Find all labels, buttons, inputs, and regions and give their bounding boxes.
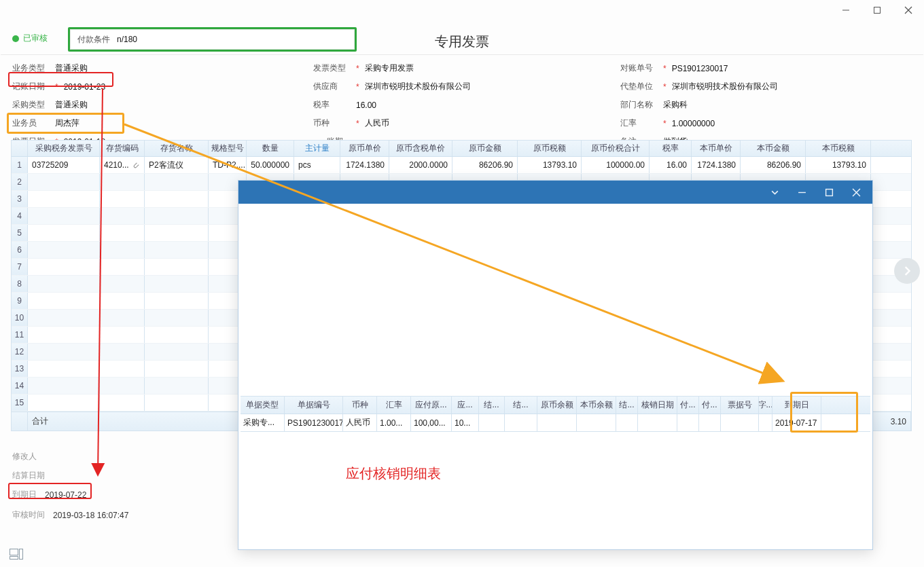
cell[interactable]	[100, 276, 145, 292]
cell[interactable]: TD-P2,...	[209, 157, 247, 173]
cell[interactable]	[100, 344, 145, 360]
cell[interactable]	[28, 174, 100, 190]
cell[interactable]	[100, 174, 145, 190]
cell[interactable]	[28, 208, 100, 224]
minimize-button[interactable]	[830, 0, 861, 20]
cell[interactable]	[145, 225, 209, 241]
cell[interactable]	[28, 293, 100, 309]
cell[interactable]	[100, 293, 145, 309]
form-value[interactable]: 普通采购	[55, 62, 88, 74]
popup-column-header[interactable]: 币种	[343, 397, 377, 414]
form-value[interactable]: PS1901230017	[672, 64, 728, 73]
popup-column-header[interactable]: 应...	[452, 397, 479, 414]
cell[interactable]: 4210...	[100, 157, 145, 173]
form-value[interactable]: 周杰萍	[55, 117, 79, 129]
cell[interactable]	[28, 225, 100, 241]
popup-cell[interactable]: 1.00...	[377, 414, 411, 431]
cell[interactable]	[28, 191, 100, 207]
popup-column-header[interactable]: 原币余额	[537, 397, 577, 414]
popup-cell[interactable]	[677, 414, 699, 431]
form-value[interactable]: 采购科	[663, 99, 688, 111]
popup-column-header[interactable]: 结...	[479, 397, 505, 414]
cell[interactable]	[100, 327, 145, 343]
column-header[interactable]: 原币含税单价	[389, 141, 452, 156]
popup-cell[interactable]	[759, 414, 772, 431]
popup-close-button[interactable]	[842, 181, 870, 204]
cell[interactable]	[28, 361, 100, 377]
cell[interactable]	[145, 293, 209, 309]
popup-column-header[interactable]: 本币余额	[577, 397, 616, 414]
cell[interactable]	[28, 378, 100, 394]
cell[interactable]: P2客流仪	[145, 157, 209, 173]
cell[interactable]	[28, 327, 100, 343]
popup-column-header[interactable]: 汇率	[377, 397, 411, 414]
popup-cell[interactable]: 人民币	[343, 414, 377, 431]
cell[interactable]	[28, 310, 100, 326]
popup-column-header[interactable]: 字...	[759, 397, 772, 414]
cell[interactable]	[100, 242, 145, 258]
cell[interactable]	[145, 276, 209, 292]
cell[interactable]: 13793.10	[806, 157, 871, 173]
popup-cell[interactable]: 100,00...	[411, 414, 452, 431]
popup-grid[interactable]: 单据类型单据编号币种汇率应付原...应...结...结...原币余额本币余额结.…	[241, 396, 870, 432]
popup-cell[interactable]	[577, 414, 616, 431]
cell[interactable]: 03725209	[28, 157, 100, 173]
popup-column-header[interactable]: 核销日期	[638, 397, 677, 414]
column-header[interactable]: 主计量	[294, 141, 340, 156]
form-value[interactable]: 2019-01-23	[64, 82, 105, 92]
cell[interactable]: 2000.0000	[389, 157, 452, 173]
cell[interactable]	[100, 310, 145, 326]
cell[interactable]	[100, 208, 145, 224]
maximize-button[interactable]	[861, 0, 893, 20]
popup-column-header[interactable]: 结...	[505, 397, 537, 414]
cell[interactable]: 1724.1380	[692, 157, 741, 173]
popup-cell[interactable]: 采购专...	[241, 414, 285, 431]
popup-cell[interactable]	[699, 414, 721, 431]
cell[interactable]: 50.000000	[247, 157, 294, 173]
column-header[interactable]: 规格型号	[209, 141, 247, 156]
popup-cell[interactable]	[638, 414, 677, 431]
cell[interactable]: 1724.1380	[340, 157, 389, 173]
cell[interactable]	[145, 361, 209, 377]
column-header[interactable]: 数量	[247, 141, 294, 156]
cell[interactable]: 100000.00	[582, 157, 650, 173]
cell[interactable]	[145, 259, 209, 275]
cell[interactable]	[145, 378, 209, 394]
popup-cell[interactable]	[505, 414, 537, 431]
popup-cell[interactable]: 10...	[452, 414, 479, 431]
form-value[interactable]: 普通采购	[55, 99, 88, 111]
cell[interactable]	[145, 327, 209, 343]
popup-column-header[interactable]: 单据类型	[241, 397, 285, 414]
popup-cell[interactable]	[537, 414, 577, 431]
popup-dropdown-button[interactable]	[761, 181, 788, 204]
popup-column-header[interactable]: 结...	[616, 397, 638, 414]
cell[interactable]: pcs	[294, 157, 340, 173]
cell[interactable]: 86206.90	[741, 157, 806, 173]
cell[interactable]	[145, 208, 209, 224]
cell[interactable]: 13793.10	[518, 157, 582, 173]
column-header[interactable]: 原币金额	[452, 141, 518, 156]
close-button[interactable]	[893, 0, 924, 20]
layout-icon[interactable]	[10, 549, 23, 562]
popup-column-header[interactable]: 付...	[699, 397, 721, 414]
cell[interactable]	[145, 242, 209, 258]
popup-cell[interactable]	[616, 414, 638, 431]
column-header[interactable]: 本币单价	[692, 141, 741, 156]
popup-column-header[interactable]: 票据号	[721, 397, 759, 414]
cell[interactable]	[145, 191, 209, 207]
form-value[interactable]: 16.00	[356, 100, 376, 110]
table-row[interactable]: 1037252094210...P2客流仪TD-P2,...50.000000p…	[12, 157, 911, 174]
cell[interactable]	[28, 344, 100, 360]
form-value[interactable]: 1.00000000	[672, 119, 715, 128]
cell[interactable]	[145, 310, 209, 326]
column-header[interactable]	[12, 141, 28, 156]
cell[interactable]	[28, 395, 100, 411]
popup-maximize-button[interactable]	[815, 181, 842, 204]
cell[interactable]	[100, 225, 145, 241]
cell[interactable]	[100, 191, 145, 207]
column-header[interactable]: 存货编码	[100, 141, 145, 156]
column-header[interactable]: 原币税额	[518, 141, 582, 156]
column-header[interactable]: 本币税额	[806, 141, 871, 156]
form-value[interactable]: 深圳市锐明技术股份有限公司	[672, 81, 778, 92]
column-header[interactable]: 税率	[650, 141, 692, 156]
